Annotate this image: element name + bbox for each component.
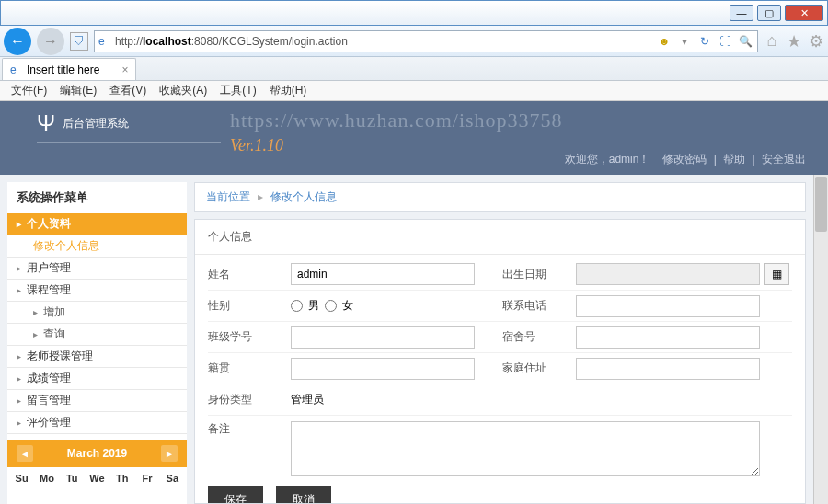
link-logout[interactable]: 安全退出 xyxy=(762,153,806,166)
menu-file[interactable]: 文件(F) xyxy=(6,81,52,100)
tab-close-icon[interactable]: × xyxy=(121,63,128,76)
chevron-right-icon: ▸ xyxy=(17,263,21,273)
favorites-icon[interactable]: ★ xyxy=(786,33,802,50)
sidebar-item-label: 留言管理 xyxy=(27,393,71,408)
input-birth[interactable] xyxy=(576,263,760,285)
ie-menubar: 文件(F) 编辑(E) 查看(V) 收藏夹(A) 工具(T) 帮助(H) xyxy=(0,81,828,101)
address-bar[interactable]: e http://localhost:8080/KCGLSystem/login… xyxy=(94,30,758,52)
label-native: 籍贯 xyxy=(208,361,291,376)
welcome-text: 欢迎您，admin！ xyxy=(565,153,650,166)
label-birth: 出生日期 xyxy=(502,267,576,282)
vertical-scrollbar[interactable] xyxy=(813,175,828,504)
sidebar-item-9[interactable]: ▸评价管理 xyxy=(7,412,187,434)
sidebar-item-label: 成绩管理 xyxy=(27,371,71,386)
sidebar-item-label: 评价管理 xyxy=(27,415,71,430)
version-text: Ver.1.10 xyxy=(230,136,283,155)
logo-icon: Ψ xyxy=(37,110,55,136)
cal-day-header: Tu xyxy=(60,473,85,484)
cal-day-header: Th xyxy=(109,473,134,484)
menu-help[interactable]: 帮助(H) xyxy=(264,81,313,100)
tab-favicon: e xyxy=(10,63,23,76)
chevron-right-icon: ▸ xyxy=(17,285,21,295)
label-gender: 性别 xyxy=(208,298,291,314)
sidebar-item-1[interactable]: 修改个人信息 xyxy=(7,235,187,258)
cal-next-icon[interactable]: ► xyxy=(161,445,178,462)
cancel-button[interactable]: 取消 xyxy=(276,486,331,504)
input-address[interactable] xyxy=(576,358,760,380)
settings-icon[interactable]: ⚙ xyxy=(808,33,824,50)
app-header: Ψ 后台管理系统 https://www.huzhan.com/ishop337… xyxy=(0,101,828,175)
chevron-right-icon: ▸ xyxy=(33,307,38,317)
radio-female[interactable] xyxy=(325,300,337,312)
sidebar-item-2[interactable]: ▸用户管理 xyxy=(7,258,187,280)
forward-button[interactable]: → xyxy=(37,28,64,55)
cal-month: March 2019 xyxy=(67,447,127,460)
link-help[interactable]: 帮助 xyxy=(723,153,745,166)
label-address: 家庭住址 xyxy=(502,361,576,376)
sidebar-item-8[interactable]: ▸留言管理 xyxy=(7,390,187,412)
sidebar-item-6[interactable]: ▸老师授课管理 xyxy=(7,346,187,368)
cal-day-header: Su xyxy=(9,473,34,484)
back-button[interactable]: ← xyxy=(4,28,31,55)
user-bar: 欢迎您，admin！ 修改密码 | 帮助 | 安全退出 xyxy=(565,152,810,167)
sidebar-item-label: 课程管理 xyxy=(27,282,71,298)
dropdown-icon[interactable]: ▾ xyxy=(676,33,693,50)
input-class[interactable] xyxy=(291,326,475,349)
calendar-picker-icon[interactable]: ▦ xyxy=(764,263,789,285)
chevron-right-icon: ▸ xyxy=(258,190,263,203)
scrollbar-thumb[interactable] xyxy=(815,177,827,232)
menu-edit[interactable]: 编辑(E) xyxy=(54,81,102,100)
tab-title: Insert title here xyxy=(27,63,99,76)
cal-prev-icon[interactable]: ◄ xyxy=(17,445,33,462)
minimize-button[interactable]: — xyxy=(730,5,753,21)
sidebar-item-5[interactable]: ▸查询 xyxy=(7,324,187,346)
sidebar-item-label: 老师授课管理 xyxy=(27,349,93,364)
radio-male[interactable] xyxy=(291,300,303,312)
sidebar-item-0[interactable]: ▸个人资料 xyxy=(7,213,187,235)
sidebar-item-label: 用户管理 xyxy=(27,260,71,276)
cal-day-header: Fr xyxy=(134,473,159,484)
watermark-text: https://www.huzhan.com/ishop33758 xyxy=(230,109,563,132)
tab-bar: e Insert title here × xyxy=(0,57,828,81)
sidebar-item-3[interactable]: ▸课程管理 xyxy=(7,280,187,302)
form-panel: 个人信息 姓名 出生日期 ▦ 性别 男 女 联系电话 xyxy=(194,219,806,504)
menu-view[interactable]: 查看(V) xyxy=(104,81,152,100)
app-title: 后台管理系统 xyxy=(63,116,129,132)
sidebar-item-label: 查询 xyxy=(43,326,65,342)
label-remark: 备注 xyxy=(208,421,291,437)
breadcrumb-current: 修改个人信息 xyxy=(270,189,337,205)
sidebar-item-7[interactable]: ▸成绩管理 xyxy=(7,368,187,390)
menu-favorites[interactable]: 收藏夹(A) xyxy=(154,81,213,100)
input-phone[interactable] xyxy=(576,295,760,317)
close-button[interactable]: ✕ xyxy=(785,5,823,21)
input-remark[interactable] xyxy=(291,421,760,476)
panel-title: 个人信息 xyxy=(195,220,805,255)
maximize-button[interactable]: ▢ xyxy=(757,5,781,21)
sidebar: 系统操作菜单 ▸个人资料修改个人信息▸用户管理▸课程管理▸增加▸查询▸老师授课管… xyxy=(7,182,187,504)
label-dorm: 宿舍号 xyxy=(502,329,576,345)
sidebar-item-label: 增加 xyxy=(43,304,65,320)
input-dorm[interactable] xyxy=(576,326,760,349)
security-shield-icon[interactable]: ⛉ xyxy=(70,32,88,51)
url-text: http://localhost:8080/KCGLSystem/login.a… xyxy=(115,35,652,48)
chevron-right-icon: ▸ xyxy=(17,418,21,428)
value-idtype: 管理员 xyxy=(291,392,502,407)
chevron-right-icon: ▸ xyxy=(17,351,21,361)
label-phone: 联系电话 xyxy=(502,298,576,314)
home-icon[interactable]: ⌂ xyxy=(764,33,780,50)
sidebar-item-label: 个人资料 xyxy=(27,216,71,232)
translate-icon[interactable]: ⛶ xyxy=(717,33,733,50)
search-icon[interactable]: 🔍 xyxy=(737,33,753,50)
browser-tab[interactable]: e Insert title here × xyxy=(2,58,136,80)
sidebar-item-4[interactable]: ▸增加 xyxy=(7,302,187,324)
refresh-icon[interactable]: ↻ xyxy=(696,33,713,50)
link-change-password[interactable]: 修改密码 xyxy=(662,153,707,166)
browser-navbar: ← → ⛉ e http://localhost:8080/KCGLSystem… xyxy=(0,26,828,57)
emoji-icon[interactable]: ☻ xyxy=(656,33,673,50)
input-name[interactable] xyxy=(291,263,475,285)
cal-day-header: Mo xyxy=(34,473,59,484)
input-native[interactable] xyxy=(291,358,475,380)
save-button[interactable]: 保存 xyxy=(208,486,263,504)
ie-icon: e xyxy=(98,35,111,48)
menu-tools[interactable]: 工具(T) xyxy=(214,81,261,100)
